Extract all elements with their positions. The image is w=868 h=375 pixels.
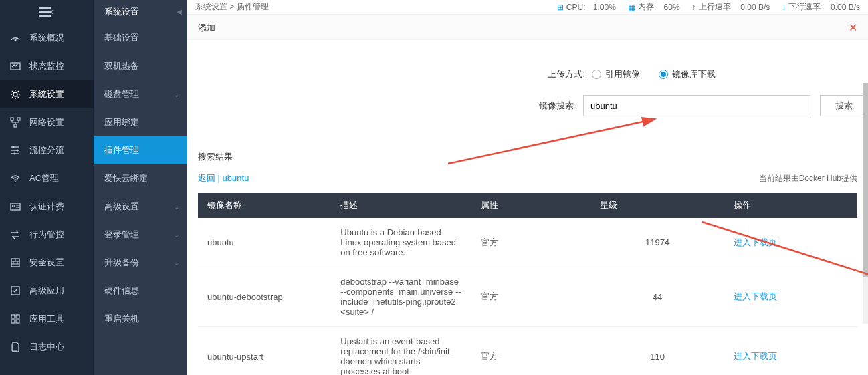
- swap-icon: [9, 229, 21, 241]
- radio-icon: [592, 70, 601, 79]
- results-section: 搜索结果 返回 | ubuntu 当前结果由Docker Hub提供 镜像名称 …: [187, 151, 868, 375]
- main-content: 系统设置 > 插件管理 ⊞CPU: 1.00% ▦内存: 60% ↑上行速率: …: [187, 0, 868, 375]
- chevron-down-icon: ⌄: [174, 203, 179, 211]
- subnav-advanced-settings[interactable]: 高级设置⌄: [94, 193, 187, 221]
- nav-label: 高级应用: [29, 285, 64, 297]
- memory-icon: ▦: [628, 3, 635, 12]
- svg-rect-26: [16, 315, 19, 318]
- network-icon: [9, 116, 21, 128]
- nav-behavior-control[interactable]: 行为管控: [0, 221, 94, 249]
- sidebar-collapse-toggle[interactable]: [0, 0, 94, 24]
- nav-advanced-app[interactable]: 高级应用: [0, 277, 94, 305]
- subnav-dual-hot-standby[interactable]: 双机热备: [94, 52, 187, 80]
- nav-network-settings[interactable]: 网络设置: [0, 108, 94, 136]
- subnav-app-binding[interactable]: 应用绑定: [94, 108, 187, 136]
- download-page-link[interactable]: 进入下载页: [734, 237, 777, 247]
- status-memory: ▦内存: 60%: [628, 1, 680, 13]
- results-table: 镜像名称 描述 属性 星级 操作 ubuntu Ubuntu is a Debi…: [198, 193, 857, 375]
- firewall-icon: [9, 257, 21, 269]
- nav-log-center[interactable]: 日志中心: [0, 333, 94, 361]
- nav-label: 网络设置: [29, 116, 64, 128]
- svg-rect-5: [17, 118, 20, 120]
- radio-reference-image[interactable]: 引用镜像: [592, 68, 640, 80]
- results-title: 搜索结果: [198, 151, 857, 163]
- nav-label: 状态监控: [29, 60, 64, 72]
- cpu-icon: ⊞: [557, 3, 564, 12]
- svg-point-3: [13, 92, 17, 96]
- scrollbar[interactable]: [863, 83, 868, 324]
- svg-rect-27: [11, 320, 15, 323]
- status-download: ↓下行速率: 0.00 B/s: [782, 1, 860, 13]
- close-icon[interactable]: ✕: [849, 21, 857, 34]
- nav-label: 安全设置: [29, 257, 64, 269]
- search-input[interactable]: [583, 95, 810, 116]
- nav-security-settings[interactable]: 安全设置: [0, 249, 94, 277]
- panel-title: 添加: [198, 22, 215, 34]
- upload-method-label: 上传方式:: [187, 68, 592, 80]
- nav-label: 日志中心: [29, 341, 64, 353]
- svg-rect-6: [14, 124, 17, 127]
- check-square-icon: [9, 285, 21, 297]
- nav-auth-billing[interactable]: 认证计费: [0, 193, 94, 221]
- subnav-basic-settings[interactable]: 基础设置: [94, 24, 187, 52]
- back-link[interactable]: 返回 | ubuntu: [198, 172, 249, 184]
- id-card-icon: [9, 201, 21, 213]
- table-row: ubuntu-debootstrap debootstrap --variant…: [198, 267, 857, 327]
- provider-note: 当前结果由Docker Hub提供: [759, 173, 857, 184]
- chevron-down-icon: ⌄: [174, 231, 179, 239]
- download-page-link[interactable]: 进入下载页: [734, 351, 777, 361]
- subnav-ikuai-cloud-binding[interactable]: 爱快云绑定: [94, 164, 187, 193]
- svg-point-15: [13, 205, 15, 207]
- nav-label: 系统设置: [29, 88, 64, 100]
- nav-label: 流控分流: [29, 144, 64, 156]
- arrow-up-icon: ↑: [692, 3, 696, 12]
- breadcrumb: 系统设置 > 插件管理: [195, 1, 557, 13]
- panel-header: 添加 ✕: [187, 15, 868, 41]
- subnav-upgrade-backup[interactable]: 升级备份⌄: [94, 249, 187, 277]
- th-attr: 属性: [471, 193, 590, 218]
- subnav-plugin-management[interactable]: 插件管理: [94, 136, 187, 164]
- status-cpu: ⊞CPU: 1.00%: [557, 3, 616, 12]
- svg-rect-25: [11, 315, 15, 318]
- svg-rect-14: [11, 203, 20, 210]
- nav-label: 认证计费: [29, 201, 64, 213]
- subnav-restart-shutdown[interactable]: 重启关机: [94, 305, 187, 333]
- nav-system-settings[interactable]: 系统设置: [0, 80, 94, 108]
- subnav-login-management[interactable]: 登录管理⌄: [94, 221, 187, 249]
- radio-icon: [659, 70, 668, 79]
- nav-ac-management[interactable]: AC管理: [0, 164, 94, 193]
- sidebar-sub: 系统设置 ◀ 基础设置 双机热备 磁盘管理⌄ 应用绑定 插件管理 爱快云绑定 高…: [94, 0, 187, 375]
- nav-label: 应用工具: [29, 313, 64, 325]
- svg-rect-4: [11, 118, 13, 120]
- gear-icon: [9, 88, 21, 100]
- nav-status-monitor[interactable]: 状态监控: [0, 52, 94, 80]
- wifi-icon: [9, 172, 21, 184]
- svg-point-12: [14, 153, 16, 155]
- nav-app-tools[interactable]: 应用工具: [0, 305, 94, 333]
- chevron-down-icon: ⌄: [174, 91, 179, 98]
- status-bar: 系统设置 > 插件管理 ⊞CPU: 1.00% ▦内存: 60% ↑上行速率: …: [187, 0, 868, 15]
- th-desc: 描述: [331, 193, 471, 218]
- svg-point-10: [13, 146, 15, 148]
- form-area: 上传方式: 引用镜像 镜像库下载: [187, 41, 868, 151]
- sidebar-sub-title: 系统设置 ◀: [94, 0, 187, 24]
- sidebar-main: 系统概况 状态监控 系统设置 网络设置 流控分流 AC管理 认证计费 行为管控: [0, 0, 94, 375]
- th-name: 镜像名称: [198, 193, 331, 218]
- download-page-link[interactable]: 进入下载页: [734, 291, 777, 301]
- nav-label: 系统概况: [29, 32, 64, 44]
- dashboard-icon: [9, 32, 21, 44]
- search-button[interactable]: 搜索: [820, 95, 868, 116]
- table-row: ubuntu Ubuntu is a Debian-based Linux op…: [198, 218, 857, 267]
- subnav-disk-management[interactable]: 磁盘管理⌄: [94, 80, 187, 108]
- chevron-left-icon[interactable]: ◀: [177, 8, 182, 15]
- table-row: ubuntu-upstart Upstart is an event-based…: [198, 327, 857, 376]
- subnav-hardware-info[interactable]: 硬件信息: [94, 277, 187, 305]
- svg-point-13: [15, 181, 16, 182]
- nav-label: 行为管控: [29, 229, 64, 241]
- nav-system-overview[interactable]: 系统概况: [0, 24, 94, 52]
- radio-repo-download[interactable]: 镜像库下载: [659, 68, 716, 80]
- nav-label: AC管理: [29, 172, 59, 184]
- nav-flow-control[interactable]: 流控分流: [0, 136, 94, 164]
- arrow-down-icon: ↓: [782, 3, 786, 12]
- sliders-icon: [9, 144, 21, 156]
